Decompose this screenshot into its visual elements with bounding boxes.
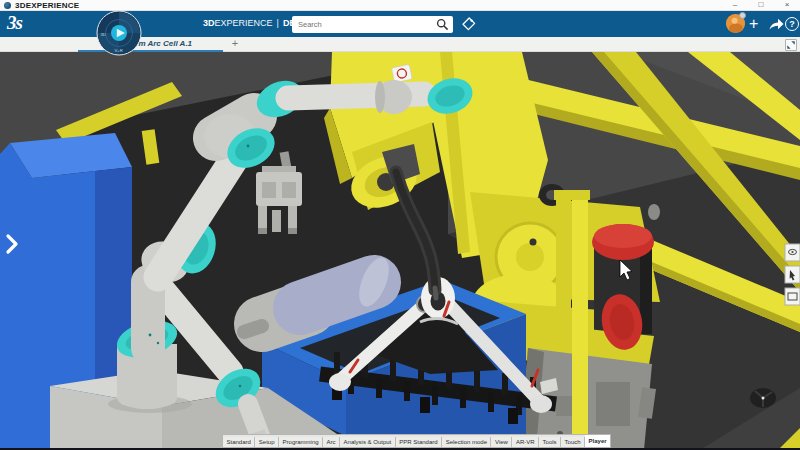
app-logo-icon [4, 2, 11, 9]
toolbar-tab[interactable]: Touch [561, 437, 585, 447]
add-content-button[interactable]: + [749, 12, 758, 36]
toolbar-tab[interactable]: View [491, 437, 512, 447]
compass-label-3d: 3D [101, 32, 106, 37]
share-icon[interactable] [768, 16, 785, 31]
toolbar-tab[interactable]: Tools [539, 437, 561, 447]
3d-viewport[interactable] [0, 52, 800, 450]
minimize-button[interactable]: – [722, 0, 748, 10]
help-icon[interactable]: ? [785, 17, 799, 31]
toolbar-tab[interactable]: AR-VR [512, 437, 539, 447]
toolbar-tab[interactable]: Arc [323, 437, 340, 447]
toolbar-tab[interactable]: Selection mode [442, 437, 491, 447]
maximize-button[interactable]: □ [748, 0, 774, 10]
3ds-logo[interactable]: 3s [7, 12, 22, 34]
floor-knob[interactable] [750, 388, 776, 408]
tag-icon[interactable] [461, 16, 477, 32]
close-button[interactable]: × [774, 0, 800, 10]
3dexperience-compass[interactable]: 3D V+R [96, 10, 142, 56]
toolbar-tab[interactable]: Programming [279, 437, 323, 447]
search-input[interactable] [292, 20, 436, 29]
toolbar-tab[interactable]: Analysis & Output [340, 437, 396, 447]
compass-label-vr: V+R [115, 48, 123, 53]
viewport-mini-toolbar[interactable] [785, 244, 800, 305]
frame-post-front[interactable] [572, 196, 588, 450]
search-icon[interactable] [436, 18, 449, 31]
new-tab-button[interactable]: + [228, 37, 242, 51]
window-title: 3DEXPERIENCE [15, 0, 79, 11]
collapse-arrows-icon [786, 40, 796, 50]
search-box[interactable] [292, 16, 453, 33]
window-controls: – □ × [722, 0, 800, 10]
toolbar-tab[interactable]: Standard [223, 437, 255, 447]
brand-3d: 3D [203, 18, 215, 28]
toolbar-tab[interactable]: Setup [255, 437, 279, 447]
viewport-expand-button[interactable] [785, 39, 797, 51]
bottom-toolbar: StandardSetupProgrammingArcAnalysis & Ou… [222, 434, 611, 448]
brand-experience: EXPERIENCE [215, 18, 273, 28]
toolbar-tab[interactable]: PPR Standard [396, 437, 442, 447]
notification-badge [739, 12, 746, 19]
mini-frame-button[interactable] [785, 288, 800, 305]
toolbar-tab[interactable]: Player [585, 435, 610, 447]
brand-separator: | [277, 18, 279, 28]
